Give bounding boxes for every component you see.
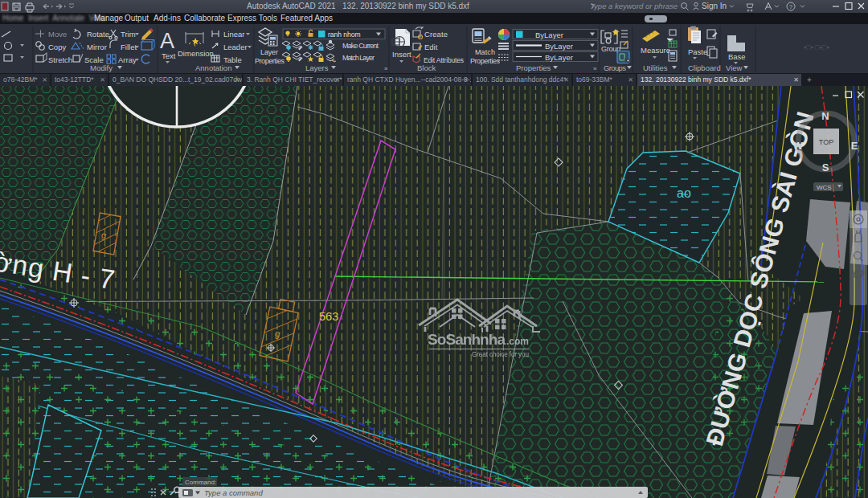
svg-text:Groups: Groups xyxy=(604,63,626,72)
svg-text:Command:: Command: xyxy=(185,479,216,486)
svg-text:Text: Text xyxy=(162,51,176,60)
svg-text:Array: Array xyxy=(118,55,137,64)
svg-text:▪□▪ □▪□▪: ▪□▪ □▪□▪ xyxy=(804,43,829,51)
svg-text:.com: .com xyxy=(506,336,529,347)
svg-text:Insert: Insert xyxy=(392,50,411,59)
svg-text:Modify: Modify xyxy=(90,63,113,72)
svg-text:ByLayer: ByLayer xyxy=(535,31,563,39)
svg-text:Create: Create xyxy=(424,30,448,39)
svg-text:TOP: TOP xyxy=(819,138,833,146)
svg-text:Table: Table xyxy=(223,55,242,64)
svg-text:A: A xyxy=(160,29,174,53)
svg-text:Block: Block xyxy=(417,63,436,72)
svg-text:Fillet: Fillet xyxy=(121,43,137,51)
svg-text:Move: Move xyxy=(48,30,67,39)
svg-text:Properties: Properties xyxy=(516,63,551,72)
svg-text:SoSanhnha: SoSanhnha xyxy=(428,331,506,348)
svg-text:?: ? xyxy=(789,3,793,10)
svg-text:Annotation: Annotation xyxy=(195,63,231,72)
svg-text:Copy: Copy xyxy=(48,43,66,51)
svg-text:»: » xyxy=(593,65,597,72)
svg-text:Base: Base xyxy=(728,52,746,61)
svg-text:ByLayer: ByLayer xyxy=(545,53,573,62)
svg-text:E: E xyxy=(851,140,858,152)
svg-text:Make Current: Make Current xyxy=(342,42,379,50)
svg-text:Measure: Measure xyxy=(641,46,670,55)
svg-text:Mirror: Mirror xyxy=(87,43,107,51)
svg-text:Edit: Edit xyxy=(424,43,438,51)
svg-text:Great choice for you: Great choice for you xyxy=(472,351,529,358)
svg-text:ao: ao xyxy=(677,186,691,200)
svg-text:ByLayer: ByLayer xyxy=(545,42,573,51)
svg-text:Properties: Properties xyxy=(470,57,501,65)
svg-text:W: W xyxy=(793,140,804,152)
svg-text:Utilities: Utilities xyxy=(643,63,668,72)
svg-text:Scale: Scale xyxy=(84,55,104,64)
svg-text:Layer: Layer xyxy=(260,48,278,56)
svg-text:Match: Match xyxy=(475,48,495,56)
svg-text:Type a command: Type a command xyxy=(204,488,263,497)
svg-text:ranh nhom: ranh nhom xyxy=(328,31,361,39)
svg-text:N: N xyxy=(821,110,829,122)
svg-text:Trim: Trim xyxy=(121,30,136,39)
svg-text:WCS: WCS xyxy=(817,184,832,191)
svg-text:Paste: Paste xyxy=(688,47,707,56)
svg-text:View: View xyxy=(726,63,743,72)
svg-text:Linear: Linear xyxy=(223,30,244,39)
svg-text:Rotate: Rotate xyxy=(87,30,109,39)
svg-text:Dimension: Dimension xyxy=(178,49,214,58)
svg-text:Leader: Leader xyxy=(223,43,248,51)
svg-text:Properties: Properties xyxy=(255,57,285,65)
svg-text:Clipboard: Clipboard xyxy=(688,63,721,72)
svg-text:»: » xyxy=(384,65,388,72)
svg-text:Edit Attributes: Edit Attributes xyxy=(424,56,464,64)
svg-text:Stretch: Stretch xyxy=(48,55,72,64)
svg-text:Match Layer: Match Layer xyxy=(342,54,375,62)
svg-text:563: 563 xyxy=(319,310,338,323)
svg-text:Layers: Layers xyxy=(305,63,329,72)
svg-text:S: S xyxy=(822,161,829,173)
